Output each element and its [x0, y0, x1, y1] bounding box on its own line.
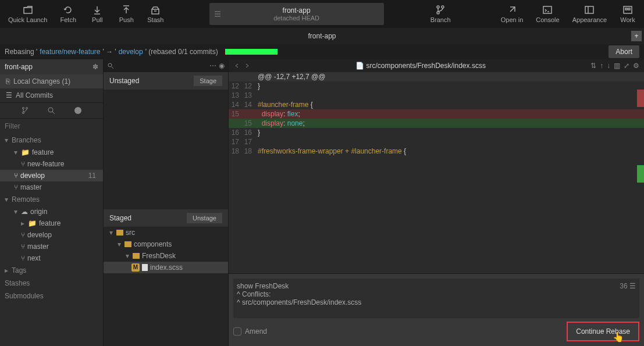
- unstaged-header: Unstaged Stage: [104, 72, 228, 90]
- amend-checkbox[interactable]: Amend: [233, 327, 267, 336]
- submodules-section[interactable]: Submodules: [0, 290, 103, 302]
- branches-section[interactable]: ▾Branches: [0, 134, 103, 147]
- diff-line[interactable]: 1616}: [229, 128, 644, 137]
- tree-src[interactable]: ▾src: [104, 227, 228, 238]
- console-button[interactable]: Console: [530, 1, 565, 27]
- tab-bar: front-app +: [0, 28, 644, 44]
- svg-point-2: [437, 6, 439, 8]
- sidebar-header: front-app ✽: [0, 59, 103, 74]
- diff-file-path: 📄 src/components/FreshDesk/index.scss: [254, 62, 587, 70]
- staged-tree: ▾src ▾components ▾FreshDesk Mindex.scss: [104, 227, 228, 347]
- changes-search-input[interactable]: [116, 62, 207, 70]
- pull-button[interactable]: Pull: [83, 1, 111, 27]
- local-changes-item[interactable]: ⎘Local Changes (1): [0, 74, 103, 88]
- rebase-from-branch: feature/new-feature: [40, 48, 100, 56]
- svg-point-14: [74, 107, 81, 114]
- search-icon[interactable]: [107, 62, 114, 69]
- rebase-status-bar: Rebasing ' feature/new-feature ' → ' dev…: [0, 44, 644, 59]
- stash-button[interactable]: Stash: [141, 1, 169, 27]
- diff-content[interactable]: @@ -12,7 +12,7 @@ 1212}13131414#launcher…: [229, 72, 644, 273]
- layout-icon: [584, 5, 595, 15]
- diff-line[interactable]: 1313: [229, 91, 644, 100]
- repo-state: detached HEAD: [273, 15, 319, 22]
- diff-line[interactable]: 1818#freshworks-frame-wrapper + #launche…: [229, 147, 644, 156]
- svg-rect-5: [543, 6, 552, 13]
- branch-icon: [435, 5, 446, 15]
- tree-indexscss[interactable]: Mindex.scss: [104, 262, 228, 273]
- tree-freshdesk[interactable]: ▾FreshDesk: [104, 250, 228, 262]
- diff-options-icon[interactable]: ⚙: [633, 62, 639, 70]
- remote-feature-folder[interactable]: ▸📁 feature: [0, 217, 103, 229]
- next-change-icon[interactable]: [244, 62, 251, 69]
- changes-panel: ⋯ ◉ Unstaged Stage Staged Unstage ▾src ▾…: [104, 59, 229, 346]
- svg-rect-7: [624, 6, 632, 13]
- all-commits-item[interactable]: ☰All Commits: [0, 88, 103, 102]
- prev-change-icon[interactable]: [233, 62, 240, 69]
- repo-name: front-app: [283, 6, 311, 15]
- diff-nav-icon[interactable]: ⇅: [590, 62, 596, 70]
- eye-icon[interactable]: ◉: [219, 62, 225, 70]
- stage-button[interactable]: Stage: [194, 76, 222, 86]
- push-button[interactable]: Push: [112, 1, 140, 27]
- quick-launch-button[interactable]: Quick Launch: [2, 1, 53, 27]
- changes-search: ⋯ ◉: [104, 59, 228, 72]
- stashes-section[interactable]: Stashes: [0, 277, 103, 290]
- tree-components[interactable]: ▾components: [104, 238, 228, 250]
- pull-icon: [92, 5, 102, 15]
- branch-feature-folder[interactable]: ▾📁 feature: [0, 147, 103, 158]
- svg-rect-8: [625, 8, 627, 10]
- svg-rect-6: [585, 6, 593, 13]
- search-icon[interactable]: [47, 106, 55, 115]
- remote-next[interactable]: ⑂ next: [0, 252, 103, 264]
- sidebar: front-app ✽ ⎘Local Changes (1) ☰All Comm…: [0, 59, 104, 346]
- remote-origin[interactable]: ▾☁ origin: [0, 206, 103, 217]
- staged-header: Staged Unstage: [104, 209, 228, 227]
- svg-point-13: [48, 108, 53, 112]
- diff-header: 📄 src/components/FreshDesk/index.scss ⇅ …: [229, 59, 644, 72]
- tab-front-app[interactable]: front-app: [308, 32, 336, 40]
- gear-icon[interactable]: ✽: [92, 63, 98, 71]
- branch-button[interactable]: Branch: [424, 1, 458, 27]
- diff-down-icon[interactable]: ↓: [607, 62, 610, 70]
- unstaged-list: [104, 90, 228, 209]
- svg-rect-1: [152, 9, 159, 14]
- diff-up-icon[interactable]: ↑: [600, 62, 603, 70]
- diff-line[interactable]: 1717: [229, 137, 644, 147]
- abort-button[interactable]: Abort: [609, 45, 639, 58]
- appearance-button[interactable]: Appearance: [567, 1, 613, 27]
- tags-section[interactable]: ▸Tags: [0, 264, 103, 277]
- unstage-button[interactable]: Unstage: [187, 213, 222, 223]
- diff-line[interactable]: 1212}: [229, 81, 644, 91]
- svg-point-4: [442, 6, 444, 8]
- work-button[interactable]: Work: [614, 1, 642, 27]
- remotes-section[interactable]: ▾Remotes: [0, 193, 103, 206]
- diff-minimap[interactable]: [637, 72, 644, 273]
- branch-master[interactable]: ⑂ master: [0, 181, 103, 193]
- remote-develop[interactable]: ⑂ develop: [0, 229, 103, 241]
- new-tab-button[interactable]: +: [631, 31, 642, 41]
- diff-line[interactable]: 15 display: flex;: [229, 109, 644, 119]
- diff-expand-icon[interactable]: ⤢: [624, 62, 629, 70]
- svg-point-3: [437, 12, 439, 14]
- options-icon[interactable]: ⋯: [209, 62, 216, 70]
- diff-line[interactable]: 1414#launcher-frame {: [229, 100, 644, 109]
- diff-line[interactable]: 15 display: none;: [229, 119, 644, 128]
- github-icon[interactable]: [74, 106, 82, 115]
- diff-split-icon[interactable]: ▥: [614, 62, 620, 70]
- commit-message[interactable]: show FreshDesk36 ☰ ^ Conflicts: ^ src/co…: [233, 279, 639, 318]
- remote-master[interactable]: ⑂ master: [0, 241, 103, 252]
- continue-rebase-button[interactable]: Continue Rebase 👆: [567, 322, 639, 341]
- repo-selector[interactable]: front-app detached HEAD: [209, 3, 384, 25]
- console-icon: [542, 5, 553, 15]
- stash-icon: [150, 5, 161, 15]
- rebase-progress-bar: [225, 49, 277, 55]
- branch-new-feature[interactable]: ⑂ new-feature: [0, 158, 103, 170]
- branch-develop[interactable]: ⑂ develop11: [0, 170, 103, 181]
- filter-input[interactable]: [0, 119, 103, 134]
- open-in-button[interactable]: Open in: [495, 1, 529, 27]
- menu-icon: [214, 10, 221, 17]
- commit-area: show FreshDesk36 ☰ ^ Conflicts: ^ src/co…: [229, 273, 644, 346]
- branch-small-icon[interactable]: [21, 106, 29, 115]
- fetch-button[interactable]: Fetch: [54, 1, 82, 27]
- refresh-icon: [63, 5, 73, 15]
